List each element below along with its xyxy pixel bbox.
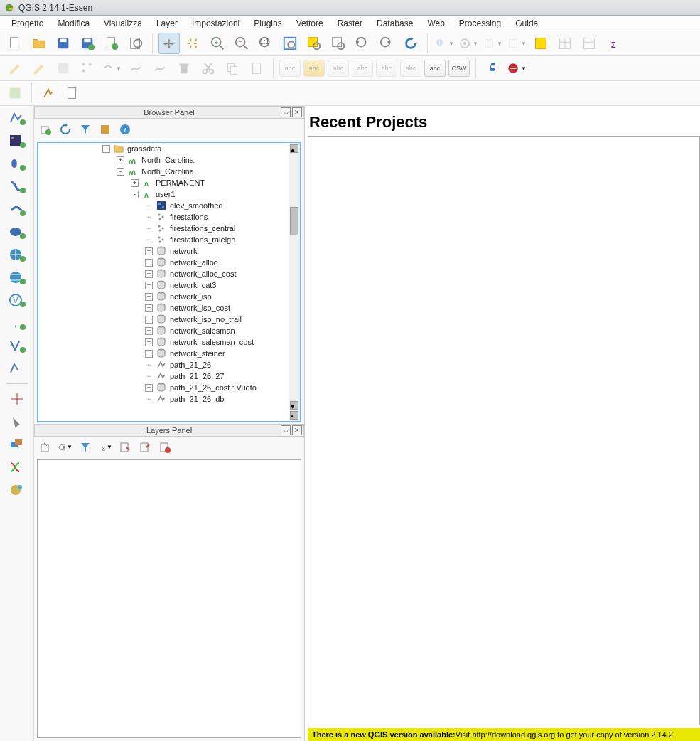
tree-item[interactable]: ┈firestations_raleigh — [38, 234, 300, 245]
menu-web[interactable]: Web — [420, 16, 451, 31]
tree-item[interactable]: ┈path_21_26 — [38, 359, 300, 370]
save-as-button[interactable] — [77, 33, 98, 54]
tree-expand-icon[interactable]: + — [145, 282, 153, 289]
grass-new-mapset-button[interactable] — [62, 82, 83, 104]
tree-item[interactable]: +network_salesman — [38, 325, 300, 336]
tree-item[interactable]: ┈path_21_26_db — [38, 393, 300, 405]
grass-region-button[interactable] — [4, 82, 26, 104]
tree-expand-icon[interactable]: + — [145, 316, 153, 324]
label-btn-3[interactable]: abc — [352, 60, 373, 77]
zoom-in-button[interactable]: + — [207, 33, 228, 54]
deselect-button[interactable]: ▼ — [506, 33, 527, 54]
refresh-button[interactable] — [400, 33, 421, 54]
tree-item[interactable]: ┈firestations — [38, 211, 300, 223]
layers-close-button[interactable]: ✕ — [292, 425, 302, 435]
layers-undock-button[interactable]: ▱ — [281, 425, 291, 435]
layers-filter-button[interactable] — [78, 440, 92, 454]
add-postgis-button[interactable] — [6, 154, 28, 173]
field-calc-button[interactable] — [578, 33, 600, 54]
add-vector-button[interactable] — [6, 109, 28, 127]
pan-to-selection-button[interactable] — [183, 33, 204, 54]
open-project-button[interactable] — [28, 33, 50, 54]
action-button[interactable]: ▼ — [458, 33, 479, 54]
new-shapefile-button[interactable] — [6, 359, 28, 378]
browser-refresh-button[interactable] — [58, 122, 72, 137]
zoom-layer-button[interactable] — [328, 33, 349, 54]
edit-pencil2-button[interactable] — [28, 58, 50, 79]
menu-vettore[interactable]: Vettore — [289, 16, 330, 31]
tree-expand-icon[interactable]: - — [131, 191, 139, 198]
layers-expand-button[interactable] — [118, 440, 132, 454]
cut-button[interactable] — [198, 58, 219, 79]
paste-button[interactable] — [246, 58, 267, 79]
tree-item[interactable]: +network_salesman_cost — [38, 336, 300, 348]
new-composer-button[interactable] — [101, 33, 122, 54]
save-project-button[interactable] — [53, 33, 74, 54]
gps-button[interactable] — [6, 390, 28, 408]
recent-projects-list[interactable] — [308, 136, 700, 725]
node-tool2-button[interactable] — [149, 58, 171, 79]
add-delimited-button[interactable]: , — [6, 314, 28, 332]
browser-properties-button[interactable]: i — [118, 122, 132, 137]
tree-expand-icon[interactable]: + — [145, 350, 153, 358]
delete-feature-button[interactable] — [173, 58, 195, 79]
tree-expand-icon[interactable]: + — [145, 259, 153, 267]
browser-close-button[interactable]: ✕ — [292, 107, 302, 117]
label-btn-6[interactable]: abc — [424, 60, 446, 77]
menu-processing[interactable]: Processing — [452, 16, 508, 31]
plugin-button[interactable]: ▼ — [506, 58, 527, 79]
zoom-selection-button[interactable] — [303, 33, 325, 54]
menu-plugins[interactable]: Plugins — [247, 16, 289, 31]
browser-tree[interactable]: -grassdata+North_Carolina-North_Carolina… — [37, 142, 301, 422]
add-wfs-button[interactable]: V — [6, 291, 28, 309]
tree-item[interactable]: +network_iso_no_trail — [38, 314, 300, 325]
zoom-out-button[interactable]: − — [231, 33, 252, 54]
tree-expand-icon[interactable]: + — [117, 156, 124, 164]
select-expression-button[interactable] — [530, 33, 551, 54]
tree-item[interactable]: -user1 — [38, 188, 300, 200]
menu-progetto[interactable]: Progetto — [4, 16, 50, 31]
browser-add-button[interactable] — [38, 122, 53, 137]
tree-expand-icon[interactable]: - — [117, 168, 124, 176]
label-btn-4[interactable]: abc — [376, 60, 397, 77]
tree-item[interactable]: ┈firestations_central — [38, 223, 300, 234]
layers-visibility-button[interactable]: ▼ — [58, 440, 72, 454]
pan-button[interactable] — [158, 33, 180, 54]
coord-capture-button[interactable] — [6, 412, 28, 431]
tree-item[interactable]: +network_iso — [38, 291, 300, 302]
tree-expand-icon[interactable]: + — [145, 384, 153, 392]
tree-item[interactable]: +network_cat3 — [38, 279, 300, 291]
table-button[interactable] — [554, 33, 576, 54]
tree-item[interactable]: ┈elev_smoothed — [38, 200, 300, 211]
tree-item[interactable]: +PERMANENT — [38, 177, 300, 188]
sigma-button[interactable]: Σ — [603, 33, 624, 54]
menu-raster[interactable]: Raster — [330, 16, 370, 31]
label-btn-7[interactable]: CSW — [448, 60, 470, 77]
copy-button[interactable] — [222, 58, 243, 79]
menu-database[interactable]: Database — [370, 16, 420, 31]
label-btn-1[interactable]: abc — [303, 60, 325, 77]
add-spatialite-button[interactable] — [6, 177, 28, 196]
add-feature-button[interactable] — [77, 58, 98, 79]
add-wms-button[interactable] — [6, 245, 28, 264]
tree-item[interactable]: -grassdata — [38, 143, 300, 154]
browser-undock-button[interactable]: ▱ — [281, 107, 291, 117]
tree-item[interactable]: ┈path_21_26_27 — [38, 370, 300, 382]
tree-expand-icon[interactable]: + — [145, 327, 153, 335]
tree-expand-icon[interactable]: + — [131, 179, 139, 187]
road-graph-button[interactable] — [6, 458, 28, 476]
zoom-last-button[interactable] — [352, 33, 373, 54]
spatial-query-button[interactable] — [6, 435, 28, 454]
menu-visualizza[interactable]: Visualizza — [97, 16, 149, 31]
move-feature-button[interactable]: ▼ — [101, 58, 122, 79]
identify-button[interactable]: i▼ — [434, 33, 455, 54]
tree-expand-icon[interactable]: + — [145, 270, 153, 278]
browser-filter-button[interactable] — [78, 122, 92, 137]
layers-tree[interactable] — [37, 459, 301, 739]
layers-panel-header[interactable]: Layers Panel ▱ ✕ — [34, 424, 304, 437]
node-tool-button[interactable] — [125, 58, 146, 79]
grass-tools-button[interactable] — [38, 82, 59, 104]
python-console-button[interactable] — [482, 58, 503, 79]
edit-pencil-button[interactable] — [4, 58, 26, 79]
select-button[interactable]: ▼ — [482, 33, 503, 54]
